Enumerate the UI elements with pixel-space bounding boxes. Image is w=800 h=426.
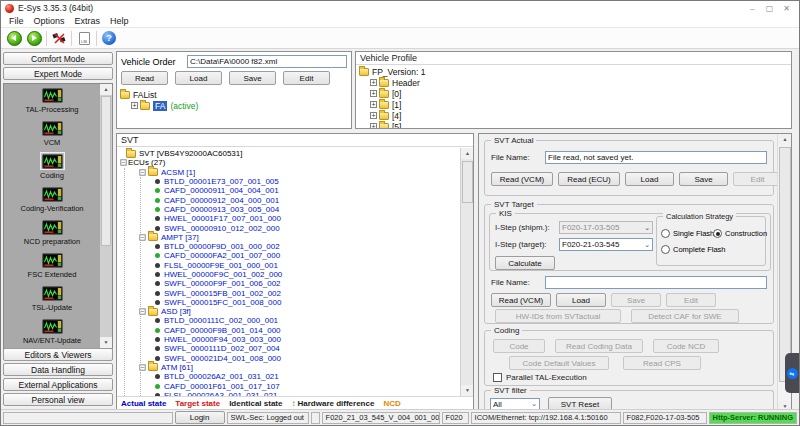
svt-swe-item[interactable]: HWEL_00000F94_003_003_000 bbox=[141, 335, 460, 344]
sidebar-scrollbar[interactable]: ▲ ▼ bbox=[100, 84, 112, 348]
read-vcm-button[interactable]: Read (VCM) bbox=[491, 293, 551, 307]
radio-single-flash[interactable]: Single Flash bbox=[661, 225, 713, 241]
sidebar-item-tsl-update[interactable]: TSL-Update bbox=[4, 282, 100, 315]
expand-icon[interactable]: + bbox=[370, 79, 377, 86]
collapse-icon[interactable]: − bbox=[139, 169, 145, 175]
document-button[interactable]: LIB bbox=[74, 29, 94, 47]
radio-construction[interactable]: Construction bbox=[713, 225, 767, 241]
minimize-button[interactable]: – bbox=[744, 2, 761, 15]
save-button[interactable]: Save bbox=[229, 71, 276, 85]
sidebar-button-external-applications[interactable]: External Applications bbox=[3, 378, 113, 391]
sidebar-item-tal-processing[interactable]: TAL-Processing bbox=[4, 84, 100, 117]
expand-icon[interactable]: + bbox=[370, 90, 377, 97]
calculate-button[interactable]: Calculate bbox=[495, 256, 555, 270]
sidebar-item-vcm[interactable]: VCM bbox=[4, 117, 100, 150]
svt-ecus-node[interactable]: −ECUs (27) bbox=[117, 158, 460, 167]
svt-swe-item[interactable]: BTLD_000026A2_001_031_021 bbox=[141, 372, 460, 381]
sidebar-item-nav-ent-update[interactable]: NAV/ENT-Update bbox=[4, 315, 100, 348]
svt-swe-item[interactable]: FLSL_00000F9E_001_000_001 bbox=[141, 261, 460, 270]
svt-swe-item[interactable]: CAFD_00001F61_001_017_107 bbox=[141, 381, 460, 390]
sidebar-button-data-handling[interactable]: Data Handling bbox=[3, 363, 113, 376]
teamviewer-tab[interactable]: ⇆ bbox=[785, 353, 799, 393]
load-button[interactable]: Load bbox=[625, 172, 674, 186]
connection-button[interactable] bbox=[49, 29, 69, 47]
svt-swe-item[interactable]: CAFD_00000FA2_001_007_000 bbox=[141, 251, 460, 260]
svt-target-file-input[interactable] bbox=[545, 276, 767, 289]
collapse-icon[interactable]: − bbox=[139, 234, 145, 240]
collapse-icon[interactable]: − bbox=[120, 160, 126, 166]
fa-tree-root[interactable]: FAList bbox=[119, 89, 349, 100]
fa-tree-item[interactable]: + FA (active) bbox=[119, 100, 349, 111]
sidebar-button-expert-mode[interactable]: Expert Mode bbox=[3, 67, 113, 80]
expand-icon[interactable]: + bbox=[131, 102, 138, 109]
load-button[interactable]: Load bbox=[556, 293, 606, 307]
svt-swe-item[interactable]: CAFD_00000912_004_000_001 bbox=[141, 195, 460, 204]
svt-swe-item[interactable]: SWFL_000015FB_001_002_002 bbox=[141, 288, 460, 297]
svt-scrollbar[interactable]: ▲ ▼ bbox=[460, 148, 473, 396]
menu-extras[interactable]: Extras bbox=[70, 16, 106, 26]
read-ecu-button[interactable]: Read (ECU) bbox=[558, 172, 620, 186]
sidebar-item-coding-verification[interactable]: Coding-Verification bbox=[4, 183, 100, 216]
svt-ecu-node[interactable]: −ACSM [1] bbox=[125, 168, 460, 177]
scroll-up-icon[interactable]: ▲ bbox=[778, 134, 792, 145]
vp-tree-item[interactable]: +[0] bbox=[358, 88, 789, 99]
svt-swe-item[interactable]: BTLD_00001E73_007_001_005 bbox=[141, 177, 460, 186]
load-button[interactable]: Load bbox=[175, 71, 222, 85]
back-button[interactable] bbox=[4, 29, 24, 47]
scroll-up-icon[interactable]: ▲ bbox=[461, 148, 474, 159]
vp-tree-item[interactable]: +[5] bbox=[358, 121, 789, 129]
scroll-down-icon[interactable]: ▼ bbox=[461, 385, 474, 396]
svt-swe-item[interactable]: SWFL_0000111D_002_007_004 bbox=[141, 344, 460, 353]
vp-tree-item[interactable]: +[4] bbox=[358, 110, 789, 121]
forward-button[interactable] bbox=[24, 29, 44, 47]
svt-swe-item[interactable]: CAFD_00000F9B_001_014_000 bbox=[141, 326, 460, 335]
collapse-icon[interactable]: − bbox=[139, 309, 145, 315]
read-vcm-button[interactable]: Read (VCM) bbox=[491, 172, 553, 186]
svt-swe-item[interactable]: HWEL_00000F9C_001_002_000 bbox=[141, 270, 460, 279]
vehicle-order-path-input[interactable] bbox=[187, 55, 347, 68]
sidebar-item-coding[interactable]: Coding bbox=[4, 150, 100, 183]
menu-options[interactable]: Options bbox=[29, 16, 70, 26]
scroll-up-icon[interactable]: ▲ bbox=[100, 84, 112, 95]
vp-tree-item[interactable]: +Header bbox=[358, 77, 789, 88]
menu-help[interactable]: Help bbox=[105, 16, 134, 26]
read-button[interactable]: Read bbox=[121, 71, 168, 85]
istep-target-select[interactable]: F020-21-03-545 ⌄ bbox=[559, 238, 653, 251]
collapse-icon[interactable]: − bbox=[139, 364, 145, 370]
svt-ecu-node[interactable]: −ATM [61] bbox=[125, 363, 460, 372]
vp-tree-item[interactable]: +[1] bbox=[358, 99, 789, 110]
menu-file[interactable]: File bbox=[4, 16, 29, 26]
scrollbar-thumb[interactable] bbox=[779, 147, 791, 382]
svt-swe-item[interactable]: BTLD_00000F9D_001_000_002 bbox=[141, 242, 460, 251]
scrollbar-thumb[interactable] bbox=[462, 161, 473, 203]
expand-icon[interactable]: + bbox=[370, 112, 377, 119]
svt-swe-item[interactable]: SWFL_000015FC_001_008_000 bbox=[141, 298, 460, 307]
sidebar-button-comfort-mode[interactable]: Comfort Mode bbox=[3, 52, 113, 65]
svt-swe-item[interactable]: CAFD_00000911_004_004_001 bbox=[141, 186, 460, 195]
parallel-tal-checkbox[interactable] bbox=[493, 373, 502, 382]
sidebar-item-fsc-extended[interactable]: FSC Extended bbox=[4, 249, 100, 282]
svt-swe-item[interactable]: HWEL_00001F17_007_001_000 bbox=[141, 214, 460, 223]
scroll-down-icon[interactable]: ▼ bbox=[100, 337, 112, 348]
close-button[interactable]: ✕ bbox=[778, 2, 795, 15]
svt-ecu-node[interactable]: −ASD [3f] bbox=[125, 307, 460, 316]
expand-icon[interactable]: + bbox=[370, 123, 377, 129]
svt-swe-item[interactable]: SWFL_00000910_012_002_000 bbox=[141, 223, 460, 232]
svt-ecu-node[interactable]: −AMPT [37] bbox=[125, 233, 460, 242]
sidebar-item-ncd-preparation[interactable]: NCD preparation bbox=[4, 216, 100, 249]
svt-swe-item[interactable]: SWFL_000021D4_001_008_000 bbox=[141, 354, 460, 363]
help-button[interactable]: ? bbox=[99, 29, 119, 47]
save-button[interactable]: Save bbox=[679, 172, 728, 186]
sidebar-button-editors-viewers[interactable]: Editors & Viewers bbox=[3, 348, 113, 361]
maximize-button[interactable]: ▢ bbox=[761, 2, 778, 15]
svt-swe-item[interactable]: CAFD_00000913_003_005_004 bbox=[141, 205, 460, 214]
svt-swe-item[interactable]: BTLD_0000111C_002_000_001 bbox=[141, 316, 460, 325]
sidebar-button-personal-view[interactable]: Personal view bbox=[3, 393, 113, 406]
edit-button[interactable]: Edit bbox=[283, 71, 330, 85]
vp-tree-root[interactable]: FP_Version: 1 bbox=[358, 66, 789, 77]
radio-complete-flash[interactable]: Complete Flash bbox=[661, 241, 767, 257]
expand-icon[interactable]: + bbox=[370, 101, 377, 108]
scrollbar-thumb[interactable] bbox=[101, 96, 111, 246]
svt-actual-file-input[interactable] bbox=[545, 151, 767, 164]
svt-root[interactable]: SVT [VBS4Y92000AC60531] bbox=[117, 149, 460, 158]
